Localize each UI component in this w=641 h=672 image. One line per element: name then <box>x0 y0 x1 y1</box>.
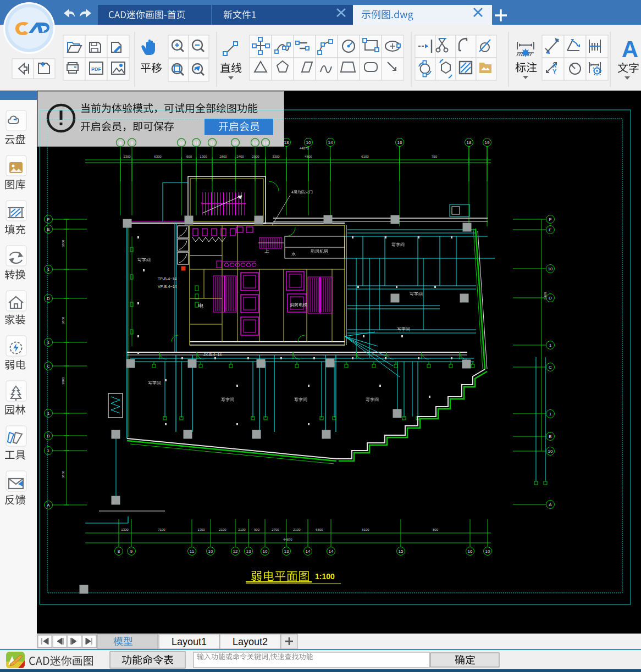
svg-text:3800: 3800 <box>62 316 65 324</box>
svg-text:VP-B-4~14: VP-B-4~14 <box>158 285 177 288</box>
svg-text:C: C <box>549 365 552 370</box>
svg-text:13: 13 <box>263 141 268 146</box>
svg-text:1300: 1300 <box>197 528 205 531</box>
svg-text:3300: 3300 <box>272 155 280 158</box>
svg-text:800: 800 <box>433 528 439 531</box>
svg-text:PDF: PDF <box>91 66 102 72</box>
svg-text:Layout2: Layout2 <box>233 636 268 647</box>
svg-text:A: A <box>622 36 638 62</box>
svg-text:15: 15 <box>399 549 404 554</box>
svg-text:10: 10 <box>548 449 553 454</box>
svg-text:1: 1 <box>47 448 50 453</box>
svg-text:10: 10 <box>306 140 311 145</box>
svg-text:1300: 1300 <box>200 155 207 158</box>
svg-text:2800: 2800 <box>219 155 227 158</box>
svg-text:44870: 44870 <box>300 147 309 150</box>
svg-text:1300: 1300 <box>123 155 131 158</box>
svg-text:14: 14 <box>329 549 334 554</box>
svg-text:14: 14 <box>306 549 311 554</box>
svg-text:9: 9 <box>131 141 134 146</box>
svg-text:19: 19 <box>485 140 490 145</box>
svg-text:3800: 3800 <box>62 240 65 247</box>
svg-text:14: 14 <box>328 140 333 145</box>
svg-text:3800: 3800 <box>62 470 65 478</box>
svg-text:A: A <box>47 503 50 508</box>
svg-text:2100: 2100 <box>219 528 226 531</box>
svg-text:18: 18 <box>467 140 472 145</box>
svg-text:4800: 4800 <box>305 155 312 158</box>
svg-text:1:100: 1:100 <box>315 572 335 581</box>
svg-text:B: B <box>549 434 551 439</box>
svg-text:5400: 5400 <box>544 292 547 299</box>
svg-text:6100: 6100 <box>362 528 369 531</box>
svg-text:JX-B-4~14: JX-B-4~14 <box>203 353 222 357</box>
svg-text:3800: 3800 <box>62 377 65 385</box>
svg-text:1300: 1300 <box>121 528 129 531</box>
svg-text:6600: 6600 <box>316 528 323 531</box>
svg-text:E: E <box>549 227 551 232</box>
svg-text:16: 16 <box>397 140 402 145</box>
svg-text:C: C <box>47 364 50 369</box>
svg-text:D: D <box>47 296 50 301</box>
svg-text:13: 13 <box>246 549 251 554</box>
svg-text:F: F <box>47 217 50 222</box>
svg-text:2100: 2100 <box>238 528 246 531</box>
svg-text:13: 13 <box>284 549 289 554</box>
svg-text:11: 11 <box>194 141 199 146</box>
svg-text:1: 1 <box>47 267 50 272</box>
svg-text:12: 12 <box>233 549 238 554</box>
svg-text:750: 750 <box>432 155 438 158</box>
svg-text:600: 600 <box>186 155 192 158</box>
svg-text:900: 900 <box>254 528 260 531</box>
svg-text:8: 8 <box>118 549 120 554</box>
svg-text:10: 10 <box>208 549 213 554</box>
svg-text:2400: 2400 <box>236 155 244 158</box>
svg-text:6300: 6300 <box>154 155 162 158</box>
svg-text:2100: 2100 <box>293 528 301 531</box>
svg-text:B: B <box>47 434 49 438</box>
svg-text:E: E <box>47 227 49 232</box>
svg-text:2900: 2900 <box>252 155 259 158</box>
svg-text:44870: 44870 <box>283 538 292 541</box>
svg-text:1: 1 <box>47 340 50 345</box>
svg-text:10: 10 <box>233 141 238 146</box>
svg-text:Y: Y <box>552 68 557 75</box>
svg-text:D: D <box>549 296 552 301</box>
svg-text:Layout1: Layout1 <box>172 636 207 647</box>
svg-text:11: 11 <box>210 141 215 146</box>
svg-text:10: 10 <box>548 266 553 271</box>
svg-text:10: 10 <box>263 549 268 554</box>
svg-text:8: 8 <box>119 141 122 146</box>
svg-text:TP-B-4~14: TP-B-4~14 <box>158 277 176 281</box>
svg-text:1: 1 <box>549 412 552 416</box>
svg-text:6100: 6100 <box>361 155 369 158</box>
svg-text:11: 11 <box>190 549 195 554</box>
svg-text:1: 1 <box>549 343 552 348</box>
svg-text:10: 10 <box>485 549 490 554</box>
svg-text:16: 16 <box>468 549 473 554</box>
svg-text:F: F <box>549 217 552 222</box>
svg-text:18: 18 <box>284 140 289 145</box>
svg-text:1: 1 <box>47 411 50 416</box>
svg-text:A: A <box>549 502 552 507</box>
svg-text:7100: 7100 <box>158 528 165 531</box>
svg-text:9: 9 <box>130 549 133 554</box>
svg-text:13: 13 <box>253 141 258 146</box>
svg-text:10: 10 <box>179 141 184 146</box>
svg-text:2700: 2700 <box>272 528 279 531</box>
